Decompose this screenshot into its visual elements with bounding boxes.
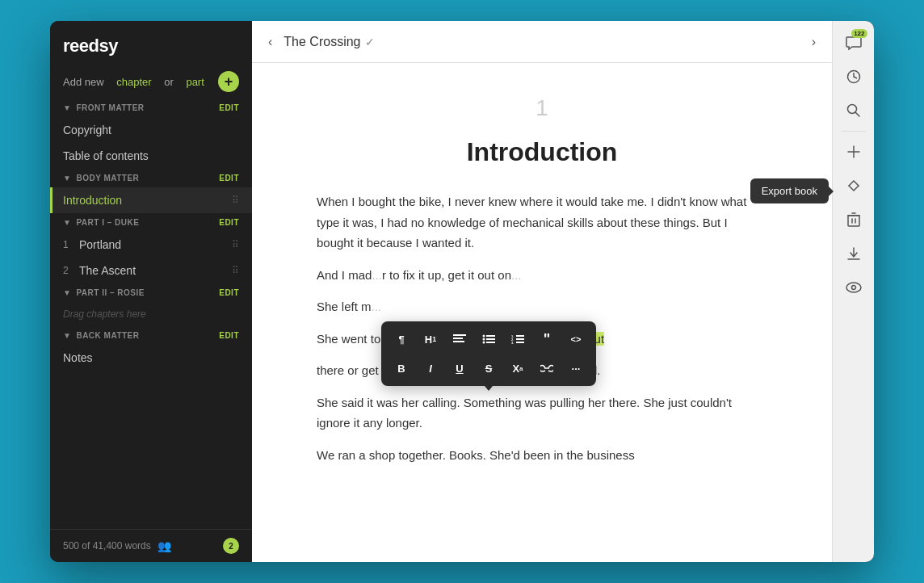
- right-sidebar: 122 Export book: [832, 21, 874, 562]
- front-matter-header: ▼ FRONT MATTER EDIT: [50, 99, 252, 117]
- svg-line-18: [855, 112, 859, 116]
- part2-label: PART II – Rosie: [76, 288, 145, 297]
- share-button[interactable]: [838, 170, 869, 201]
- paragraph-6: She said it was her calling. Something w…: [317, 392, 767, 434]
- add-part-link[interactable]: part: [186, 76, 204, 88]
- svg-rect-14: [516, 342, 524, 343]
- svg-rect-8: [486, 342, 495, 343]
- svg-point-5: [483, 338, 485, 341]
- editor-area[interactable]: 1 Introduction When I bought the bike, I…: [252, 63, 832, 562]
- back-matter-chevron: ▼: [63, 331, 71, 340]
- search-button[interactable]: [838, 95, 869, 126]
- tb-list-ul[interactable]: [475, 326, 502, 352]
- introduction-drag-handle: ⠿: [232, 195, 239, 206]
- sidebar-item-the-ascent[interactable]: 2 The Ascent ⠿: [50, 258, 252, 283]
- ascent-num: 2: [63, 265, 79, 276]
- tb-strikethrough[interactable]: S: [475, 355, 502, 381]
- export-button[interactable]: [838, 238, 869, 269]
- paragraph-3: She left m...: [317, 296, 767, 317]
- paragraph-7: We ran a shop together. Books. She'd bee…: [317, 445, 767, 466]
- svg-point-7: [483, 342, 485, 344]
- svg-text:3.: 3.: [511, 341, 514, 344]
- add-chapter-link[interactable]: chapter: [116, 76, 151, 88]
- sidebar-item-portland[interactable]: 1 Portland ⠿: [50, 232, 252, 258]
- part2-chevron: ▼: [63, 288, 71, 297]
- tb-more[interactable]: ···: [562, 355, 590, 381]
- tb-bold[interactable]: B: [388, 355, 415, 381]
- add-or-label: or: [164, 76, 174, 88]
- ascent-label: The Ascent: [79, 264, 232, 277]
- paragraph-1: When I bought the bike, I never knew whe…: [317, 191, 767, 254]
- body-matter-header: ▼ BODY MATTER EDIT: [50, 169, 252, 187]
- tb-code[interactable]: <>: [562, 326, 590, 352]
- tb-superscript[interactable]: Xa: [504, 355, 531, 381]
- svg-rect-6: [486, 338, 495, 340]
- sidebar-item-toc[interactable]: Table of contents: [50, 143, 252, 169]
- part1-label: PART I – Duke: [76, 218, 139, 227]
- ascent-drag-handle: ⠿: [232, 265, 239, 276]
- there-or-text: there or: [317, 363, 359, 377]
- history-button[interactable]: [838, 61, 869, 92]
- tb-align[interactable]: [446, 326, 473, 352]
- copyright-label: Copyright: [63, 124, 239, 136]
- delete-button[interactable]: [838, 204, 869, 235]
- body-matter-label: BODY MATTER: [76, 174, 139, 182]
- sidebar-footer: 500 of 41,400 words 👥 2: [50, 529, 252, 562]
- export-tooltip: Export book: [750, 178, 829, 203]
- sidebar-item-copyright[interactable]: Copyright: [50, 117, 252, 143]
- tb-list-ol[interactable]: 1.2.3.: [504, 326, 531, 352]
- svg-point-28: [846, 283, 861, 292]
- add-new-row: Add new chapter or part +: [50, 65, 252, 99]
- part1-edit[interactable]: EDIT: [219, 218, 239, 227]
- check-icon: ✓: [365, 36, 375, 48]
- portland-num: 1: [63, 239, 79, 250]
- body-matter-edit[interactable]: EDIT: [219, 174, 239, 182]
- toolbar-row-2: B I U S Xa ···: [388, 355, 590, 381]
- main-content: ‹ The Crossing ✓ › 1 Introduction When I…: [252, 21, 832, 562]
- paragraph-2: And I mad...r to fix it up, get it out o…: [317, 265, 767, 286]
- svg-point-3: [483, 335, 485, 338]
- users-icon: 👥: [158, 539, 171, 552]
- back-matter-edit[interactable]: EDIT: [219, 331, 239, 340]
- back-matter-header: ▼ BACK MATTER EDIT: [50, 326, 252, 345]
- svg-rect-1: [453, 338, 463, 339]
- portland-drag-handle: ⠿: [232, 239, 239, 250]
- word-count: 500 of 41,400 words: [63, 540, 151, 552]
- front-matter-edit[interactable]: EDIT: [219, 103, 239, 112]
- add-element-button[interactable]: [838, 136, 869, 167]
- comments-button[interactable]: 122: [838, 27, 869, 58]
- add-new-label: Add new: [63, 76, 104, 88]
- sidebar-item-notes[interactable]: Notes: [50, 345, 252, 371]
- svg-rect-0: [453, 334, 466, 336]
- notes-label: Notes: [63, 351, 239, 364]
- portland-label: Portland: [79, 238, 232, 251]
- app-logo: reedsy: [50, 21, 252, 65]
- tb-h1[interactable]: H1: [417, 326, 444, 352]
- sidebar: reedsy Add new chapter or part + ▼ FRONT…: [50, 21, 252, 562]
- tb-italic[interactable]: I: [417, 355, 444, 381]
- toc-label: Table of contents: [63, 149, 239, 162]
- introduction-label: Introduction: [63, 194, 232, 207]
- part1-header: ▼ PART I – Duke EDIT: [50, 213, 252, 232]
- svg-rect-21: [848, 216, 859, 226]
- tb-quote[interactable]: ": [533, 326, 561, 352]
- chapter-title-text: The Crossing: [284, 35, 360, 49]
- sidebar-item-introduction[interactable]: Introduction ⠿: [50, 187, 252, 213]
- part1-chevron: ▼: [63, 218, 71, 227]
- drag-hint: Drag chapters here: [50, 302, 252, 326]
- svg-rect-10: [516, 335, 524, 337]
- svg-rect-12: [516, 338, 524, 340]
- back-button[interactable]: ‹: [265, 31, 275, 52]
- add-button[interactable]: +: [218, 71, 239, 92]
- content-header: ‹ The Crossing ✓ ›: [252, 21, 832, 63]
- forward-button[interactable]: ›: [808, 31, 819, 52]
- part2-edit[interactable]: EDIT: [219, 288, 239, 297]
- format-toolbar: ¶ H1 1.2.3. " <> B I: [381, 321, 596, 386]
- tb-paragraph[interactable]: ¶: [388, 326, 415, 352]
- tb-underline[interactable]: U: [446, 355, 473, 381]
- tb-link[interactable]: [533, 355, 561, 381]
- collaborators-badge: 2: [223, 538, 239, 554]
- back-matter-label: BACK MATTER: [76, 331, 139, 340]
- preview-button[interactable]: [838, 272, 869, 303]
- svg-rect-4: [486, 335, 495, 337]
